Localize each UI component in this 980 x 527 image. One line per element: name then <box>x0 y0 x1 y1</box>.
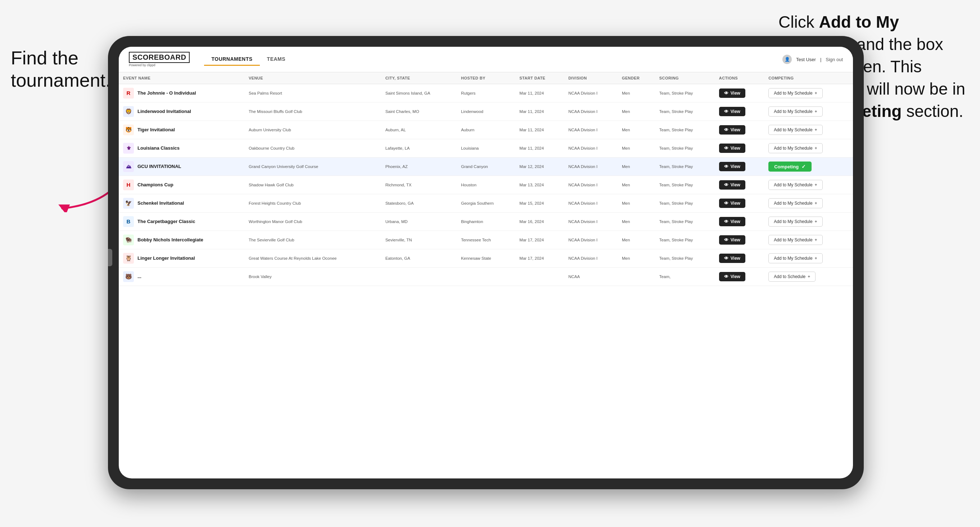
view-button[interactable]: 👁 View <box>719 180 745 190</box>
actions-cell: 👁 View <box>715 231 764 249</box>
tab-teams[interactable]: TEAMS <box>260 53 293 66</box>
team-logo: 🦉 <box>123 253 134 264</box>
hosted-by-cell: Grand Canyon <box>457 157 515 176</box>
sign-out-link[interactable]: Sign out <box>826 57 843 62</box>
plus-icon: + <box>815 183 817 187</box>
logo-subtitle: Powered by clippd <box>129 63 190 67</box>
add-schedule-button[interactable]: Add to My Schedule + <box>768 125 822 135</box>
add-schedule-button[interactable]: Add to Schedule + <box>768 271 816 282</box>
event-name-cell: 🦁 Lindenwood Invitational <box>119 103 244 121</box>
hosted-by-cell: Louisiana <box>457 139 515 157</box>
competing-cell: Competing ✓ <box>764 157 853 176</box>
division-cell: NCAA Division I <box>564 176 617 194</box>
division-cell: NCAA Division I <box>564 157 617 176</box>
view-button[interactable]: 👁 View <box>719 162 745 171</box>
plus-icon: + <box>815 256 817 261</box>
eye-icon: 👁 <box>724 274 729 279</box>
view-button[interactable]: 👁 View <box>719 143 745 153</box>
table-row: B The Carpetbagger Classic Worthington M… <box>119 213 853 231</box>
view-button[interactable]: 👁 View <box>719 107 745 116</box>
city-cell: Sevierville, TN <box>381 231 457 249</box>
plus-icon: + <box>815 219 817 224</box>
division-cell: NCAA Division I <box>564 121 617 139</box>
add-schedule-label: Add to Schedule <box>774 274 805 279</box>
plus-icon: + <box>815 90 817 96</box>
competing-cell: Add to Schedule + <box>764 268 853 286</box>
gender-cell: Men <box>617 231 655 249</box>
event-name: Tiger Invitational <box>137 127 175 133</box>
venue-cell: Oakbourne Country Club <box>244 139 381 157</box>
scoring-cell: Team, <box>655 268 715 286</box>
add-schedule-button[interactable]: Add to My Schedule + <box>768 106 822 117</box>
hosted-by-cell: Binghamton <box>457 213 515 231</box>
city-cell: Saint Charles, MO <box>381 103 457 121</box>
view-button[interactable]: 👁 View <box>719 89 745 98</box>
team-logo: 🦬 <box>123 235 134 245</box>
actions-cell: 👁 View <box>715 194 764 213</box>
team-logo: 🐻 <box>123 271 134 282</box>
start-date-cell: Mar 17, 2024 <box>515 231 564 249</box>
table-row: R The Johnnie - O Individual Sea Palms R… <box>119 84 853 103</box>
add-schedule-label: Add to My Schedule <box>774 109 812 114</box>
add-schedule-label: Add to My Schedule <box>774 183 812 187</box>
competing-button[interactable]: Competing ✓ <box>768 162 811 171</box>
gender-cell <box>617 268 655 286</box>
competing-cell: Add to My Schedule + <box>764 103 853 121</box>
division-cell: NCAA Division I <box>564 213 617 231</box>
actions-cell: 👁 View <box>715 84 764 103</box>
event-name: Bobby Nichols Intercollegiate <box>137 237 203 243</box>
add-schedule-button[interactable]: Add to My Schedule + <box>768 88 822 98</box>
event-name-cell: ⚜ Louisiana Classics <box>119 139 244 157</box>
tournaments-table-container: EVENT NAME VENUE CITY, STATE HOSTED BY S… <box>119 72 853 478</box>
tablet-screen: SCOREBOARD Powered by clippd TOURNAMENTS… <box>119 47 853 478</box>
scoring-cell: Team, Stroke Play <box>655 121 715 139</box>
separator: | <box>820 57 821 62</box>
add-schedule-button[interactable]: Add to My Schedule + <box>768 143 822 153</box>
gender-cell: Men <box>617 157 655 176</box>
view-button[interactable]: 👁 View <box>719 217 745 226</box>
plus-icon: + <box>815 127 817 132</box>
col-actions: ACTIONS <box>715 72 764 84</box>
view-button[interactable]: 👁 View <box>719 235 745 244</box>
add-schedule-button[interactable]: Add to My Schedule + <box>768 217 822 227</box>
hosted-by-cell: Lindenwood <box>457 103 515 121</box>
add-schedule-button[interactable]: Add to My Schedule + <box>768 235 822 245</box>
division-cell: NCAA Division I <box>564 139 617 157</box>
hosted-by-cell: Kennesaw State <box>457 249 515 268</box>
event-name: Schenkel Invitational <box>137 200 184 206</box>
venue-cell: Grand Canyon University Golf Course <box>244 157 381 176</box>
table-row: 🐯 Tiger Invitational Auburn University C… <box>119 121 853 139</box>
event-name: Champions Cup <box>137 182 173 188</box>
add-schedule-label: Add to My Schedule <box>774 201 812 206</box>
table-row: 🦬 Bobby Nichols Intercollegiate The Sevi… <box>119 231 853 249</box>
main-nav: TOURNAMENTS TEAMS <box>204 53 293 66</box>
competing-cell: Add to My Schedule + <box>764 84 853 103</box>
view-button[interactable]: 👁 View <box>719 254 745 263</box>
eye-icon: 👁 <box>724 256 729 261</box>
tab-tournaments[interactable]: TOURNAMENTS <box>204 53 259 66</box>
logo-area: SCOREBOARD Powered by clippd <box>129 52 190 67</box>
city-cell: Saint Simons Island, GA <box>381 84 457 103</box>
add-schedule-label: Add to My Schedule <box>774 90 812 96</box>
view-button[interactable]: 👁 View <box>719 198 745 208</box>
team-logo: R <box>123 88 134 98</box>
team-logo: 🐯 <box>123 124 134 135</box>
add-schedule-label: Add to My Schedule <box>774 256 812 261</box>
add-schedule-button[interactable]: Add to My Schedule + <box>768 253 822 264</box>
tournaments-table: EVENT NAME VENUE CITY, STATE HOSTED BY S… <box>119 72 853 286</box>
view-button[interactable]: 👁 View <box>719 272 745 281</box>
sidebar-tab[interactable] <box>108 249 112 266</box>
team-logo: B <box>123 216 134 227</box>
add-schedule-button[interactable]: Add to My Schedule + <box>768 180 822 190</box>
scoring-cell: Team, Stroke Play <box>655 84 715 103</box>
venue-cell: Shadow Hawk Golf Club <box>244 176 381 194</box>
actions-cell: 👁 View <box>715 268 764 286</box>
col-start-date: START DATE <box>515 72 564 84</box>
gender-cell: Men <box>617 139 655 157</box>
city-cell: Richmond, TX <box>381 176 457 194</box>
city-cell: Urbana, MD <box>381 213 457 231</box>
team-logo: 🦁 <box>123 106 134 117</box>
col-scoring: SCORING <box>655 72 715 84</box>
view-button[interactable]: 👁 View <box>719 125 745 135</box>
add-schedule-button[interactable]: Add to My Schedule + <box>768 198 822 208</box>
